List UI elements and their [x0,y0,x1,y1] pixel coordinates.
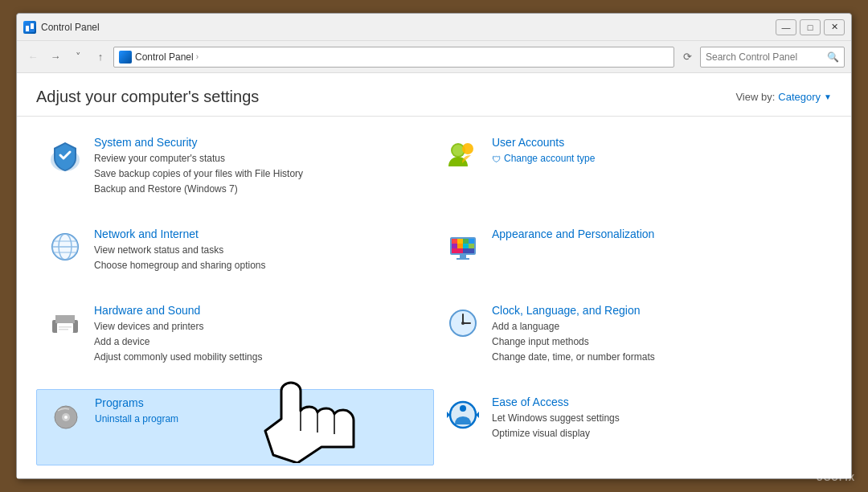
system-security-icon [46,136,84,174]
ease-of-access-info: Ease of Access Let Windows suggest setti… [492,396,620,441]
programs-icon [47,396,85,435]
main-content: Adjust your computer's settings View by:… [17,73,851,478]
user-accounts-sub1[interactable]: Change account type [504,151,595,166]
svg-rect-24 [463,248,474,253]
svg-point-12 [52,234,78,260]
user-accounts-icon [444,136,482,174]
svg-rect-28 [55,315,75,323]
network-internet-name[interactable]: Network and Internet [94,228,265,240]
programs-info: Programs Uninstall a program [95,396,178,427]
control-panel-window: Control Panel — □ ✕ ← → ˅ ↑ Control Pane… [16,13,852,479]
svg-point-5 [452,145,464,156]
address-arrow: › [196,52,199,61]
appearance-name[interactable]: Appearance and Personalization [492,228,654,240]
categories-grid: System and Security Review your computer… [17,117,851,478]
svg-rect-18 [469,239,474,244]
svg-rect-32 [59,326,72,328]
svg-rect-20 [457,244,463,248]
svg-rect-25 [460,255,466,258]
svg-rect-19 [452,244,457,248]
watermark: UGOFIX [817,473,855,482]
ease-of-access-sub1[interactable]: Let Windows suggest settings [492,411,620,426]
system-security-info: System and Security Review your computer… [94,136,303,198]
svg-rect-33 [59,329,68,330]
address-icon [119,51,132,64]
content-header: Adjust your computer's settings View by:… [17,73,851,117]
address-field[interactable]: Control Panel › [113,47,674,68]
category-user-accounts[interactable]: User Accounts 🛡 Change account type [434,129,832,221]
programs-name[interactable]: Programs [95,396,178,409]
clock-language-name[interactable]: Clock, Language, and Region [492,304,655,317]
svg-rect-1 [26,26,29,31]
category-network-internet[interactable]: Network and Internet View network status… [36,221,434,297]
system-security-sub1[interactable]: Review your computer's status [94,151,303,166]
user-accounts-name[interactable]: User Accounts [492,136,595,149]
network-internet-sub1[interactable]: View network status and tasks [94,243,265,258]
close-button[interactable]: ✕ [824,19,845,35]
view-by: View by: Category ▼ [735,91,832,103]
clock-language-sub3[interactable]: Change date, time, or number formats [492,350,655,365]
svg-point-38 [461,322,465,325]
svg-rect-23 [452,248,463,253]
system-security-sub2[interactable]: Save backup copies of your files with Fi… [94,166,303,182]
hardware-sound-sub2[interactable]: Add a device [94,334,262,350]
hardware-sound-sub1[interactable]: View devices and printers [94,319,262,334]
svg-point-45 [460,405,466,412]
ease-of-access-name[interactable]: Ease of Access [492,396,620,408]
search-box[interactable]: 🔍 [700,47,845,68]
category-programs[interactable]: Programs Uninstall a program [36,389,434,465]
svg-rect-26 [457,258,469,260]
shield-small-icon: 🛡 [492,154,501,164]
address-bar: ← → ˅ ↑ Control Panel › ⟳ 🔍 [17,41,851,73]
category-clock-language[interactable]: Clock, Language, and Region Add a langua… [434,297,832,389]
category-ease-of-access[interactable]: Ease of Access Let Windows suggest setti… [434,389,832,465]
user-accounts-info: User Accounts 🛡 Change account type [492,136,595,166]
clock-language-sub2[interactable]: Change input methods [492,334,655,350]
hardware-sound-name[interactable]: Hardware and Sound [94,304,262,317]
back-button[interactable]: ← [23,47,43,67]
network-internet-icon [46,228,84,266]
up-button[interactable]: ↑ [91,47,110,67]
title-bar: Control Panel — □ ✕ [17,14,851,41]
svg-rect-15 [452,239,457,244]
window-controls: — □ ✕ [776,19,845,35]
maximize-button[interactable]: □ [800,19,821,35]
svg-point-42 [64,416,68,419]
view-by-value[interactable]: Category [778,91,821,103]
hardware-sound-icon [46,304,84,342]
page-title: Adjust your computer's settings [36,88,259,106]
forward-button[interactable]: → [46,47,65,67]
system-security-sub3[interactable]: Backup and Restore (Windows 7) [94,182,303,197]
category-hardware-sound[interactable]: Hardware and Sound View devices and prin… [36,297,434,389]
svg-rect-22 [469,244,474,248]
appearance-info: Appearance and Personalization [492,228,654,243]
svg-rect-31 [57,323,73,333]
category-system-security[interactable]: System and Security Review your computer… [36,129,434,221]
programs-sub1[interactable]: Uninstall a program [95,412,178,427]
minimize-button[interactable]: — [776,19,796,35]
ease-of-access-sub2[interactable]: Optimize visual display [492,426,620,441]
clock-language-icon [444,304,482,342]
network-internet-info: Network and Internet View network status… [94,228,265,273]
search-icon: 🔍 [827,51,839,63]
recent-button[interactable]: ˅ [68,47,88,67]
svg-rect-2 [31,23,34,29]
search-input[interactable] [706,51,827,63]
svg-rect-17 [463,239,469,244]
svg-rect-16 [457,239,463,244]
appearance-icon [444,228,482,266]
svg-rect-21 [463,244,469,248]
clock-language-info: Clock, Language, and Region Add a langua… [492,304,655,366]
network-internet-sub2[interactable]: Choose homegroup and sharing options [94,258,265,273]
svg-point-6 [462,143,473,154]
clock-language-sub1[interactable]: Add a language [492,319,655,334]
hardware-sound-sub3[interactable]: Adjust commonly used mobility settings [94,350,262,365]
window-title: Control Panel [41,22,776,33]
system-security-name[interactable]: System and Security [94,136,303,149]
window-icon [23,21,36,34]
ease-of-access-icon [444,396,482,434]
hardware-sound-info: Hardware and Sound View devices and prin… [94,304,262,366]
address-location: Control Panel [135,51,194,63]
category-appearance[interactable]: Appearance and Personalization [434,221,832,297]
refresh-button[interactable]: ⟳ [678,47,697,67]
